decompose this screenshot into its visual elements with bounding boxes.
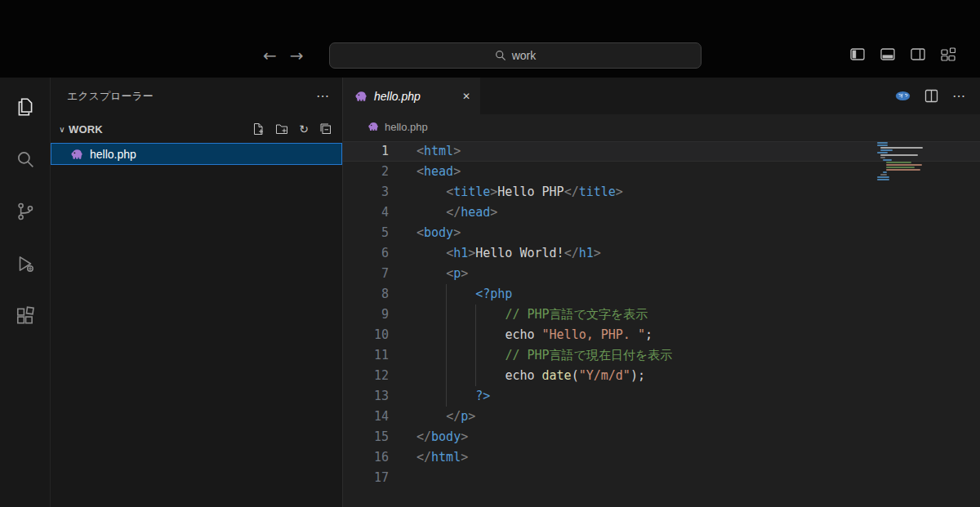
code-editor[interactable]: 1<html>2<head>3 <title>Hello PHP</title>… — [343, 139, 980, 507]
code-line-8[interactable]: 8 <?php — [343, 284, 980, 305]
file-name: hello.php — [90, 148, 136, 161]
extensions-icon — [15, 305, 36, 327]
search-icon — [495, 50, 506, 61]
activity-bar-extensions[interactable] — [0, 290, 51, 342]
refresh-explorer-button[interactable]: ↻ — [299, 122, 309, 136]
collapse-all-icon — [319, 122, 332, 136]
code-line-16[interactable]: 16</html> — [343, 447, 980, 468]
new-folder-button[interactable] — [275, 122, 288, 136]
section-label: WORK — [69, 123, 252, 136]
activity-bar-run-debug[interactable] — [0, 238, 51, 290]
customize-layout-button[interactable] — [941, 47, 956, 61]
new-folder-icon — [275, 122, 288, 136]
collapse-folders-button[interactable] — [319, 122, 332, 136]
php-action-button[interactable] — [895, 90, 911, 102]
activity-bar-source-control[interactable] — [0, 185, 51, 238]
code-line-7[interactable]: 7 <p> — [343, 264, 980, 284]
command-center-label: work — [512, 49, 537, 62]
code-line-5[interactable]: 5<body> — [343, 223, 980, 243]
layout-panel-icon — [880, 47, 895, 61]
tab-bar: hello.php ✕ — [343, 78, 980, 114]
code-line-10[interactable]: 10 echo "Hello, PHP. "; — [343, 325, 980, 345]
editor-more-actions-button[interactable]: ⋯ — [952, 88, 965, 104]
files-icon — [15, 96, 36, 118]
layout-sidebar-left-icon — [850, 47, 865, 61]
php-file-icon — [354, 90, 368, 103]
code-line-14[interactable]: 14 </p> — [343, 407, 980, 427]
file-list: hello.php — [51, 143, 342, 165]
split-editor-button[interactable] — [924, 89, 938, 103]
run-debug-icon — [15, 253, 36, 274]
tab-close-button[interactable]: ✕ — [459, 89, 474, 104]
tab-label: hello.php — [374, 90, 452, 103]
activity-bar-search[interactable] — [0, 133, 51, 185]
sidebar-header: エクスプローラー ⋯ — [51, 78, 342, 115]
customize-layout-icon — [941, 47, 956, 61]
editor-actions: ⋯ — [895, 78, 980, 114]
chevron-down-icon: ∨ — [56, 125, 69, 134]
new-file-button[interactable] — [252, 122, 265, 136]
titlebar: ← → work — [0, 0, 980, 78]
history-nav: ← → — [263, 44, 304, 67]
code-line-13[interactable]: 13 ?> — [343, 386, 980, 407]
breadcrumb: hello.php — [343, 114, 980, 139]
split-editor-icon — [924, 89, 938, 103]
explorer-sidebar: エクスプローラー ⋯ ∨ WORK — [51, 78, 343, 507]
breadcrumb-item-file[interactable]: hello.php — [385, 121, 428, 133]
code-line-9[interactable]: 9 // PHP言語で文字を表示 — [343, 305, 980, 325]
explorer-actions: ↻ — [252, 122, 332, 136]
workbench: エクスプローラー ⋯ ∨ WORK — [0, 78, 980, 507]
code-line-12[interactable]: 12 echo date("Y/m/d"); — [343, 366, 980, 386]
vscode-window: ← → work — [0, 0, 980, 507]
layout-sidebar-right-icon — [911, 47, 925, 61]
forward-button[interactable]: → — [290, 44, 304, 67]
toggle-panel-button[interactable] — [880, 47, 895, 61]
views-more-actions-button[interactable]: ⋯ — [316, 90, 329, 103]
minimap[interactable] — [877, 142, 939, 184]
toggle-primary-sidebar-button[interactable] — [850, 47, 865, 61]
explorer-title: エクスプローラー — [67, 89, 316, 104]
php-logo-icon — [895, 90, 911, 102]
code-line-6[interactable]: 6 <h1>Hello World!</h1> — [343, 243, 980, 264]
explorer-section-work[interactable]: ∨ WORK — [51, 115, 342, 143]
code-line-15[interactable]: 15</body> — [343, 427, 980, 447]
command-center-search[interactable]: work — [329, 42, 702, 69]
file-row-hello-php[interactable]: hello.php — [51, 143, 342, 165]
code-line-17[interactable]: 17 — [343, 468, 980, 488]
activity-bar-explorer[interactable] — [0, 81, 51, 133]
search-icon — [15, 149, 36, 170]
code-line-11[interactable]: 11 // PHP言語で現在日付を表示 — [343, 345, 980, 366]
code-line-3[interactable]: 3 <title>Hello PHP</title> — [343, 182, 980, 202]
editor-group: hello.php ✕ — [343, 78, 980, 507]
back-button[interactable]: ← — [263, 44, 277, 67]
tab-hello-php[interactable]: hello.php ✕ — [343, 78, 480, 114]
layout-controls — [850, 47, 956, 61]
new-file-icon — [252, 122, 265, 136]
code-line-4[interactable]: 4 </head> — [343, 202, 980, 223]
source-control-icon — [15, 201, 36, 222]
php-file-icon — [70, 148, 83, 161]
php-file-icon — [368, 121, 379, 132]
toggle-secondary-sidebar-button[interactable] — [911, 47, 925, 61]
activity-bar — [0, 78, 51, 507]
code-lines: 1<html>2<head>3 <title>Hello PHP</title>… — [343, 139, 980, 488]
